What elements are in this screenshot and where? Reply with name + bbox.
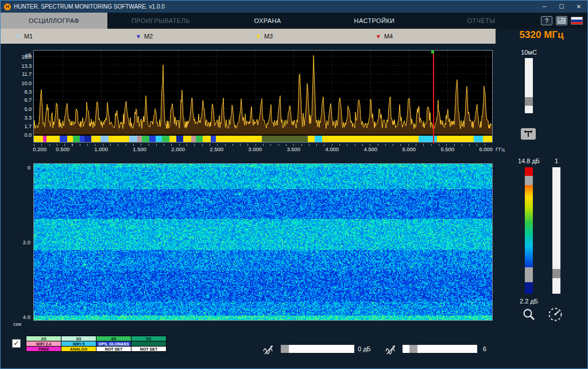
tab-settings[interactable]: НАСТРОЙКИ xyxy=(321,13,428,29)
attenuation-button[interactable] xyxy=(262,343,276,356)
marker-triangle-icon: ▼ xyxy=(376,33,381,40)
averaging-slider[interactable] xyxy=(403,345,477,353)
tab-guard[interactable]: ОХРАНА xyxy=(214,13,321,29)
band-segment xyxy=(211,136,216,142)
help-icon[interactable]: ? xyxy=(541,16,552,25)
band-segment xyxy=(203,136,211,142)
band-legend: 2G3G4G5GWIFI 2.4WIFI 5GPS, GLONASSFREEAN… xyxy=(26,336,167,352)
legend-cell: FREE xyxy=(26,347,61,352)
band-segment xyxy=(142,136,149,142)
band-segment xyxy=(169,136,176,142)
sweep-slider[interactable] xyxy=(525,58,533,113)
time-tick: 2.0 xyxy=(17,239,30,245)
legend-cell: WIFI 2.4 xyxy=(26,341,61,347)
band-segment xyxy=(80,136,84,142)
marker-triangle-icon: ▼ xyxy=(16,33,21,40)
band-segment xyxy=(60,136,67,142)
sweep-slider-thumb[interactable] xyxy=(525,97,533,106)
tab-player[interactable]: ПРОИГРЫВАТЕЛЬ xyxy=(107,13,214,29)
trigger-icon xyxy=(523,130,533,138)
legend-cell: NOT SET xyxy=(96,347,131,352)
color-scale[interactable] xyxy=(525,167,533,294)
attenuation-slider-thumb[interactable] xyxy=(281,345,289,353)
marker-m2[interactable]: ▼М2 xyxy=(136,33,256,40)
report-icon[interactable] xyxy=(556,16,567,25)
marker-m3[interactable]: ▼М3 xyxy=(256,33,376,40)
attenuation-icon xyxy=(262,343,275,356)
gauge-icon xyxy=(547,306,563,322)
language-flag-icon[interactable] xyxy=(571,17,583,25)
close-button[interactable]: ✕ xyxy=(570,1,587,13)
band-segment xyxy=(156,136,162,142)
band-segment xyxy=(216,136,262,142)
spectrum-cursor[interactable] xyxy=(433,51,434,144)
averaging-slider-thumb[interactable] xyxy=(409,345,417,353)
freq-tick: 4.000 xyxy=(319,146,345,152)
freq-tick: 5.500 xyxy=(435,146,460,152)
db-tick: 5.0 xyxy=(14,106,32,112)
band-segment xyxy=(100,136,109,142)
band-segment xyxy=(47,136,60,142)
attenuation-value: 0 дБ xyxy=(358,345,371,352)
gain-slider-thumb[interactable] xyxy=(552,269,560,278)
band-segment xyxy=(196,136,203,142)
averaging-button[interactable] xyxy=(384,343,398,356)
maximize-button[interactable]: ☐ xyxy=(553,1,570,13)
db-tick: 13.3 xyxy=(14,63,32,69)
marker-label: М4 xyxy=(384,33,393,40)
waterfall-plot[interactable] xyxy=(33,163,493,321)
freq-tick: 2.000 xyxy=(165,146,191,152)
time-tick: 0 xyxy=(17,164,30,171)
legend-checkbox[interactable]: ✓ xyxy=(12,339,21,348)
marker-label: М3 xyxy=(264,33,273,40)
marker-triangle-icon: ▼ xyxy=(256,33,261,40)
band-segment xyxy=(191,136,195,142)
freq-tick: 0.500 xyxy=(50,146,75,152)
legend-cell: 3G xyxy=(61,336,96,341)
band-segment xyxy=(162,136,169,142)
legend-cell: 5G xyxy=(131,336,167,341)
trigger-button[interactable] xyxy=(521,128,536,140)
toolbar-icons: ? xyxy=(535,13,587,29)
legend-cell xyxy=(131,341,167,347)
tab-reports[interactable]: ОТЧЁТЫ xyxy=(428,13,535,29)
tab-bar: ОСЦИЛЛОГРАФПРОИГРЫВАТЕЛЬОХРАНАНАСТРОЙКИО… xyxy=(1,13,587,29)
db-tick: 0.0 xyxy=(14,132,32,138)
db-tick: 6.7 xyxy=(14,97,32,103)
tuner-button[interactable] xyxy=(546,305,564,324)
spectrum-plot[interactable] xyxy=(33,50,493,143)
freq-tick: 5.000 xyxy=(396,146,421,152)
cursor-marker-dot xyxy=(431,51,434,53)
gain-slider[interactable] xyxy=(552,167,560,294)
freq-tick: 0.200 xyxy=(27,146,52,152)
band-segment xyxy=(419,136,437,142)
marker-label: М1 xyxy=(24,33,33,40)
sweep-time-label: 10мС xyxy=(512,49,546,56)
attenuation-slider[interactable] xyxy=(281,345,354,353)
tab-oscillograph[interactable]: ОСЦИЛЛОГРАФ xyxy=(1,13,107,29)
band-segment xyxy=(308,136,315,142)
db-tick: 11.7 xyxy=(14,71,32,77)
legend-cell: ANALOG xyxy=(61,347,96,352)
band-segment xyxy=(176,136,183,142)
app-window: H HUNTER. SPECTRUM MONITORING SOFTWARE. … xyxy=(0,0,588,369)
freq-tick: 1.000 xyxy=(88,146,114,152)
legend-cell: WIFI 5 xyxy=(61,341,96,347)
marker-m4[interactable]: ▼М4 xyxy=(376,33,496,40)
freq-tick: 6.000 xyxy=(473,146,498,152)
band-segment xyxy=(129,136,137,142)
band-segment xyxy=(73,136,80,142)
marker-m1[interactable]: ▼М1 xyxy=(16,33,136,40)
legend-cell: 4G xyxy=(96,336,131,341)
db-tick: 1.7 xyxy=(14,124,32,129)
band-segment xyxy=(137,136,142,142)
minimize-button[interactable]: ─ xyxy=(536,1,553,13)
legend-cell: NOT SET xyxy=(131,347,167,352)
db-tick: 3.3 xyxy=(14,115,32,121)
marker-triangle-icon: ▼ xyxy=(136,33,141,40)
sec-axis-unit: сек xyxy=(13,321,21,327)
zoom-button[interactable] xyxy=(521,306,537,322)
magnifier-icon xyxy=(522,308,536,321)
db-tick: 15.0 xyxy=(14,54,32,60)
freq-tick: 4.500 xyxy=(358,146,383,152)
